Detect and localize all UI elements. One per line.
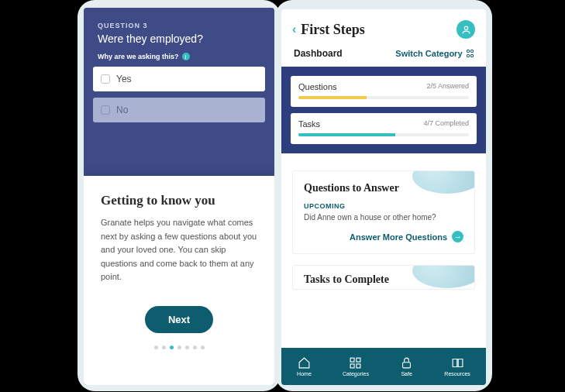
- phone-question-flow: QUESTION 3 Were they employed? Why are w…: [78, 0, 281, 391]
- option-no[interactable]: No: [93, 98, 265, 122]
- question-header: QUESTION 3 Were they employed? Why are w…: [84, 8, 274, 67]
- nav-resources[interactable]: Resources: [444, 356, 470, 377]
- sheet-title: Getting to know you: [101, 193, 257, 208]
- answer-more-label: Answer More Questions: [350, 232, 447, 242]
- onboarding-sheet: Getting to know you Granate helps you na…: [84, 176, 274, 385]
- dot-active: [170, 346, 174, 349]
- arrow-right-icon: →: [452, 231, 463, 242]
- option-yes-label: Yes: [116, 74, 132, 84]
- svg-rect-4: [357, 364, 360, 368]
- lock-icon: [400, 356, 413, 370]
- svg-rect-1: [351, 358, 355, 362]
- questions-card-title: Questions to Answer: [304, 182, 463, 194]
- nav-categories[interactable]: Categories: [343, 356, 369, 377]
- nav-home[interactable]: Home: [297, 356, 312, 377]
- profile-avatar[interactable]: [456, 20, 475, 39]
- summary-tasks[interactable]: Tasks 4/7 Completed: [291, 113, 477, 144]
- svg-rect-5: [403, 363, 411, 368]
- sheet-body: Granate helps you navigate what comes ne…: [101, 216, 257, 284]
- summary-tasks-label: Tasks: [298, 119, 320, 129]
- upcoming-label: UPCOMING: [304, 202, 463, 210]
- option-no-label: No: [116, 105, 128, 115]
- svg-rect-2: [357, 358, 360, 362]
- dashboard-label: Dashboard: [294, 48, 343, 59]
- summary-questions-label: Questions: [298, 82, 337, 91]
- person-icon: [461, 25, 471, 35]
- tasks-card: Tasks to Complete: [292, 265, 475, 290]
- checkbox-icon: [101, 74, 110, 84]
- question-number: QUESTION 3: [98, 22, 260, 29]
- header: ‹ First Steps: [281, 9, 486, 43]
- switch-category-label: Switch Category: [395, 49, 462, 58]
- question-text: Were they employed?: [98, 33, 260, 45]
- next-button[interactable]: Next: [145, 306, 213, 333]
- grid-icon: [349, 356, 362, 370]
- summary-questions-stat: 2/5 Answered: [426, 82, 469, 91]
- svg-rect-3: [351, 364, 355, 368]
- question-screen: QUESTION 3 Were they employed? Why are w…: [84, 8, 274, 385]
- svg-point-0: [464, 26, 467, 29]
- tasks-card-title: Tasks to Complete: [304, 273, 463, 286]
- nav-safe[interactable]: Safe: [400, 356, 413, 377]
- nav-categories-label: Categories: [343, 371, 369, 377]
- phone-dashboard: ‹ First Steps Dashboard Switch Category …: [275, 0, 492, 391]
- option-yes[interactable]: Yes: [93, 67, 265, 91]
- grid-icon: [467, 50, 474, 57]
- page-dots: [101, 346, 257, 349]
- back-icon[interactable]: ‹: [292, 22, 296, 36]
- why-ask-label: Why are we asking this?: [98, 53, 179, 60]
- questions-progress-bar: [298, 96, 469, 99]
- summary-tasks-stat: 4/7 Completed: [423, 119, 469, 129]
- why-ask-link[interactable]: Why are we asking this? i: [98, 53, 260, 60]
- tasks-progress-bar: [298, 133, 469, 136]
- summary-questions[interactable]: Questions 2/5 Answered: [291, 76, 477, 107]
- book-icon: [451, 356, 464, 370]
- switch-category-button[interactable]: Switch Category: [395, 49, 474, 58]
- questions-card: Questions to Answer UPCOMING Did Anne ow…: [292, 170, 475, 254]
- subheader: Dashboard Switch Category: [281, 43, 486, 67]
- checkbox-icon: [101, 105, 110, 115]
- dashboard-screen: ‹ First Steps Dashboard Switch Category …: [281, 9, 486, 385]
- info-icon: i: [182, 53, 190, 60]
- nav-home-label: Home: [297, 371, 312, 377]
- summary-panel: Questions 2/5 Answered Tasks 4/7 Complet…: [281, 67, 486, 153]
- bottom-nav: Home Categories Safe Resources: [281, 348, 486, 385]
- answer-more-button[interactable]: Answer More Questions →: [304, 231, 463, 242]
- home-icon: [298, 356, 311, 370]
- nav-resources-label: Resources: [444, 371, 470, 377]
- nav-safe-label: Safe: [401, 371, 412, 377]
- page-title: First Steps: [301, 22, 452, 38]
- upcoming-question-text: Did Anne own a house or other home?: [304, 213, 463, 222]
- main-scroll[interactable]: Questions to Answer UPCOMING Did Anne ow…: [281, 153, 486, 348]
